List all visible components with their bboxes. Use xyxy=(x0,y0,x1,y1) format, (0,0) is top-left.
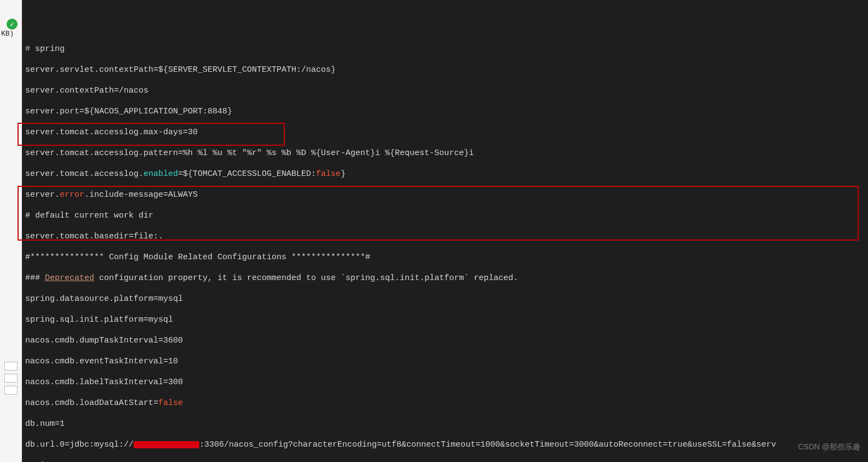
gutter-bars xyxy=(4,362,18,395)
code-line: db.num=1 xyxy=(25,419,865,429)
code-line: spring.datasource.platform=mysql xyxy=(25,294,865,304)
gutter: ✓ KB) xyxy=(0,0,22,462)
watermark: CSDN @那些乐趣 xyxy=(798,442,860,452)
redacted-host xyxy=(134,441,199,448)
code-line: server.contextPath=/nacos xyxy=(25,85,865,96)
code-line: server.error.include-message=ALWAYS xyxy=(25,190,865,200)
code-line: nacos.cmdb.loadDataAtStart=false xyxy=(25,398,865,408)
code-line: nacos.cmdb.dumpTaskInterval=3600 xyxy=(25,335,865,346)
code-line: # default current work dir xyxy=(25,210,865,221)
status-ok-icon: ✓ xyxy=(7,19,18,30)
code-line: nacos.cmdb.labelTaskInterval=300 xyxy=(25,377,865,387)
code-line: ### Deprecated configuration property, i… xyxy=(25,273,865,283)
code-line: server.tomcat.accesslog.max-days=30 xyxy=(25,127,865,138)
code-viewport[interactable]: # spring server.servlet.contextPath=${SE… xyxy=(22,0,868,462)
gutter-bar-icon xyxy=(4,362,18,370)
code-line: # spring xyxy=(25,44,865,54)
code-line: server.tomcat.basedir=file:. xyxy=(25,231,865,242)
code-line: nacos.cmdb.eventTaskInterval=10 xyxy=(25,356,865,367)
code-line: server.servlet.contextPath=${SERVER_SERV… xyxy=(25,65,865,75)
code-line: db.url.0=jdbc:mysql://:3306/nacos_config… xyxy=(25,440,865,450)
code-line: spring.sql.init.platform=mysql xyxy=(25,315,865,325)
gutter-bar-icon xyxy=(4,386,18,395)
editor-root: ✓ KB) # spring server.servlet.contextPat… xyxy=(0,0,868,462)
gutter-kb-label: KB) xyxy=(1,30,14,38)
code-line: #*************** Config Module Related C… xyxy=(25,252,865,263)
code-line: server.tomcat.accesslog.enabled=${TOMCAT… xyxy=(25,169,865,179)
code-line: server.tomcat.accesslog.pattern=%h %l %u… xyxy=(25,148,865,158)
gutter-bar-icon xyxy=(4,374,18,383)
code-line: server.port=${NACOS_APPLICATION_PORT:884… xyxy=(25,106,865,117)
